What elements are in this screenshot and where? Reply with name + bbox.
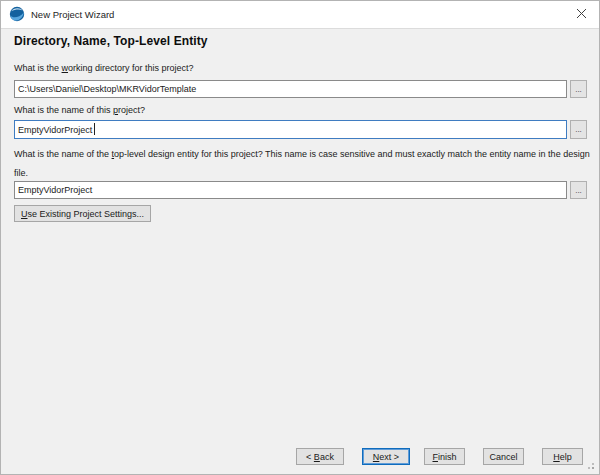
finish-button[interactable]: Finish <box>424 448 465 465</box>
project-name-browse-button[interactable]: ... <box>570 120 587 139</box>
project-name-label: What is the name of this project? <box>14 104 145 116</box>
close-icon <box>576 7 587 22</box>
back-button[interactable]: < Back <box>296 448 344 465</box>
label-text: orking directory for this project? <box>68 63 194 73</box>
working-directory-browse-button[interactable]: ... <box>570 80 587 98</box>
button-label: elp <box>560 452 572 462</box>
top-level-entity-browse-button[interactable]: ... <box>570 181 587 199</box>
working-directory-label: What is the working directory for this p… <box>14 62 194 74</box>
next-button[interactable]: Next > <box>362 448 410 465</box>
label-text: What is the <box>14 63 62 73</box>
button-label: se Existing Project Settings... <box>28 209 145 219</box>
help-button[interactable]: Help <box>542 448 583 465</box>
use-existing-project-settings-button[interactable]: Use Existing Project Settings... <box>14 205 151 222</box>
button-label: inish <box>438 452 457 462</box>
project-name-input[interactable] <box>14 120 567 139</box>
button-label: ext > <box>379 452 399 462</box>
button-label: < <box>306 452 314 462</box>
top-level-entity-input[interactable] <box>14 181 567 199</box>
new-project-wizard-dialog: New Project Wizard Directory, Name, Top-… <box>0 0 600 475</box>
working-directory-input[interactable] <box>14 80 567 98</box>
cancel-button[interactable]: Cancel <box>483 448 524 465</box>
globe-icon <box>9 6 25 22</box>
label-text: What is the name of this <box>14 105 113 115</box>
label-text: roject? <box>118 105 145 115</box>
top-level-entity-label: What is the name of the top-level design… <box>14 145 596 183</box>
resize-grip[interactable] <box>592 467 594 469</box>
page-title: Directory, Name, Top-Level Entity <box>14 34 208 48</box>
label-text: What is the name of the <box>14 149 112 159</box>
text-caret <box>94 123 95 135</box>
window-title: New Project Wizard <box>31 1 114 28</box>
close-button[interactable] <box>563 1 599 28</box>
button-label: ack <box>320 452 334 462</box>
titlebar: New Project Wizard <box>1 1 599 29</box>
